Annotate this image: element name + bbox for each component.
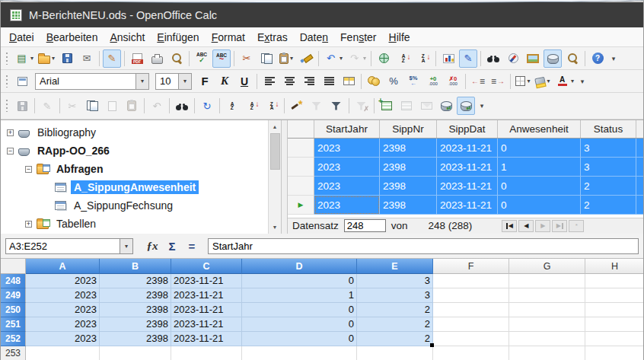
sort-ascending-button[interactable]: [394, 49, 413, 68]
new-document-button[interactable]: ▤▾: [13, 49, 35, 68]
font-size-combobox[interactable]: 10▾: [155, 73, 192, 90]
copy-button[interactable]: [257, 49, 276, 68]
cell-g251[interactable]: [509, 317, 585, 332]
print-button[interactable]: [148, 49, 166, 68]
cell-d248[interactable]: 0: [242, 274, 357, 288]
column-header-f[interactable]: F: [433, 259, 509, 274]
tree-item-a-sippungfechsung[interactable]: A_SippungFechsung: [1, 196, 268, 215]
increase-indent-button[interactable]: [489, 72, 507, 91]
scrollbar-thumb[interactable]: [270, 133, 280, 170]
cell-a249[interactable]: 2023: [26, 288, 100, 303]
gallery-button[interactable]: [524, 49, 542, 68]
collapse-icon[interactable]: −: [7, 148, 14, 155]
new-record-button[interactable]: *: [569, 220, 584, 232]
cell-g249[interactable]: [509, 288, 585, 303]
cell-e252[interactable]: 2: [357, 332, 433, 346]
column-header-d[interactable]: D: [242, 259, 357, 274]
cell-h253[interactable]: [585, 346, 643, 360]
grid-cell[interactable]: 0: [498, 177, 581, 196]
cell-a250[interactable]: 2023: [26, 303, 100, 317]
undo-button[interactable]: ↶▾: [322, 49, 344, 68]
grid-row[interactable]: 202323982023-11-2103: [288, 139, 643, 158]
auto-filter-button[interactable]: [288, 97, 306, 115]
grid-row[interactable]: 202323982023-11-2113: [288, 158, 643, 177]
align-center-button[interactable]: [280, 72, 298, 91]
column-header-c[interactable]: C: [171, 259, 242, 274]
remove-filter-sort-button[interactable]: [352, 97, 371, 115]
cell-c252[interactable]: 2023-11-21: [171, 332, 242, 346]
mail-merge-button[interactable]: [417, 97, 435, 115]
grid-cell[interactable]: 0: [498, 196, 581, 215]
cut-record-button[interactable]: ✂: [63, 97, 81, 115]
menu-datei[interactable]: Datei: [3, 29, 40, 46]
tree-item-a-sippunganwesenheit[interactable]: A_SippungAnwesenheit: [1, 178, 268, 196]
grid-column-header-sippnr[interactable]: SippNr: [380, 120, 437, 138]
grid-cell[interactable]: 2023-11-21: [437, 158, 498, 177]
edit-mode-button[interactable]: ✎: [103, 49, 121, 68]
find-record-button[interactable]: [173, 97, 191, 115]
menu-format[interactable]: Format: [206, 29, 251, 46]
name-box-dropdown-icon[interactable]: ▾: [120, 239, 132, 253]
grid-column-header-startjahr[interactable]: StartJahr: [314, 120, 380, 138]
cell-d251[interactable]: 0: [242, 317, 357, 332]
standard-format-button[interactable]: [404, 72, 422, 91]
cell-d253[interactable]: [242, 346, 357, 360]
column-header-e[interactable]: E: [357, 259, 433, 274]
cell-e250[interactable]: 2: [357, 303, 433, 317]
toolbar-overflow-button[interactable]: ▾: [577, 72, 588, 91]
scroll-up-icon[interactable]: ▲: [269, 121, 281, 132]
tree-item-tabellen[interactable]: +Tabellen: [1, 215, 268, 233]
cell-b251[interactable]: 2398: [100, 317, 171, 332]
tree-item-bibliography[interactable]: +Bibliography: [1, 123, 268, 142]
navigator-button[interactable]: [504, 49, 522, 68]
cell-e253[interactable]: [357, 346, 433, 360]
draw-functions-button[interactable]: ✎: [459, 49, 477, 68]
italic-button[interactable]: K: [215, 72, 234, 91]
find-replace-button[interactable]: [484, 49, 502, 68]
new-document-dropdown-icon[interactable]: ▾: [30, 55, 33, 62]
column-header-a[interactable]: A: [26, 259, 100, 274]
cell-h249[interactable]: [585, 288, 643, 303]
copy-as-document-button[interactable]: [103, 97, 121, 115]
grid-cell[interactable]: 2023: [314, 196, 380, 215]
cell-d249[interactable]: 1: [242, 288, 357, 303]
column-header-g[interactable]: G: [509, 259, 585, 274]
name-box[interactable]: [6, 239, 120, 253]
row-header-249[interactable]: 249: [1, 288, 26, 303]
grid-cell[interactable]: 0: [498, 139, 581, 158]
edit-data-button[interactable]: ✎: [38, 97, 56, 115]
cell-a251[interactable]: 2023: [26, 317, 100, 332]
borders-button[interactable]: ▾: [514, 72, 532, 91]
standard-filter-button[interactable]: [327, 97, 346, 115]
collapse-icon[interactable]: −: [25, 166, 32, 173]
merge-cells-button[interactable]: [340, 72, 358, 91]
expand-icon[interactable]: +: [7, 129, 14, 136]
add-decimal-button[interactable]: [424, 72, 442, 91]
help-button[interactable]: [588, 49, 607, 68]
formula-input[interactable]: [208, 238, 639, 254]
save-button[interactable]: [58, 49, 76, 68]
cell-d252[interactable]: 0: [242, 332, 357, 346]
grid-cell[interactable]: 3: [581, 158, 636, 177]
cell-c248[interactable]: 2023-11-21: [171, 274, 242, 288]
delete-decimal-button[interactable]: [444, 72, 462, 91]
grid-cell[interactable]: 2398: [380, 139, 437, 158]
redo-button[interactable]: ↷▾: [346, 49, 368, 68]
cell-h248[interactable]: [585, 274, 643, 288]
tree-item-rapp-oo-266[interactable]: −RApp-OO_266: [1, 142, 268, 160]
toolbar-overflow-button[interactable]: ▾: [608, 49, 619, 68]
cell-f253[interactable]: [433, 346, 509, 360]
export-pdf-button[interactable]: [128, 49, 146, 68]
menu-fenster[interactable]: Fenster: [334, 29, 382, 46]
row-header-253[interactable]: 253: [1, 346, 26, 360]
cell-f249[interactable]: [433, 288, 509, 303]
grid-cell[interactable]: 2023-11-21: [437, 139, 498, 158]
pane-splitter[interactable]: [282, 120, 288, 234]
page-preview-button[interactable]: [167, 49, 186, 68]
cell-b248[interactable]: 2398: [100, 274, 171, 288]
record-number-input[interactable]: [344, 219, 386, 232]
align-left-button[interactable]: [260, 72, 279, 91]
underline-button[interactable]: U: [235, 72, 253, 91]
cut-button[interactable]: ✂: [238, 49, 256, 68]
open-file-button[interactable]: ▾: [37, 49, 56, 68]
